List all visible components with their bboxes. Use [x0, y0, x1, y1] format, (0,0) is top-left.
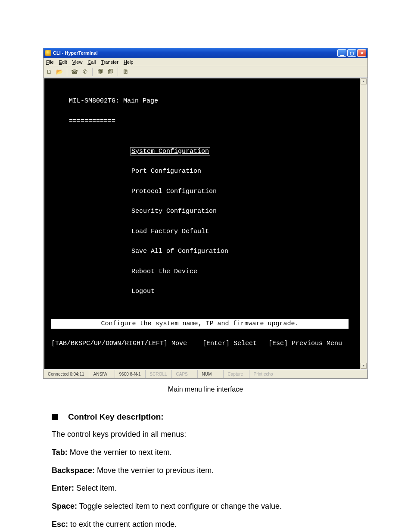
enter-line: Enter: Select item.	[52, 482, 368, 495]
minimize-button[interactable]: ▁	[337, 49, 346, 57]
statusbar: Connected 0:04:11 ANSIW 9600 8-N-1 SCROL…	[44, 370, 367, 378]
terminal-underline: ============	[69, 116, 357, 126]
menu-help[interactable]: Help	[124, 59, 134, 65]
menu-item-save-all-configuration[interactable]: Save All of Configuration	[131, 246, 357, 256]
menu-item-system-configuration[interactable]: System Configuration	[131, 146, 357, 156]
terminal-area: MIL-SM8002TG: Main Page ============ Sys…	[44, 78, 367, 370]
maximize-button[interactable]: ▢	[347, 49, 356, 57]
toolbar: 🗋 📂 ☎ ✆ 🗐 🗐 🖹	[44, 66, 367, 78]
bullet-heading: Control Key description:	[52, 412, 368, 422]
space-line: Space: Toggle selected item to next conf…	[52, 501, 368, 513]
status-connected: Connected 0:04:11	[44, 370, 89, 378]
vertical-scrollbar[interactable]: ▴ ▾	[360, 78, 367, 369]
menu-call[interactable]: Call	[87, 59, 96, 65]
send-icon[interactable]: 🗐	[96, 68, 104, 76]
status-caps: CAPS	[172, 370, 198, 378]
menu-item-reboot-device[interactable]: Reboot the Device	[131, 267, 357, 277]
backspace-line: Backspace: Move the vernier to previous …	[52, 465, 368, 477]
status-printecho: Print echo	[249, 370, 367, 378]
terminal-nav-help: [TAB/BKSPC/UP/DOWN/RIGHT/LEFT] Move [Ent…	[51, 339, 357, 348]
close-button[interactable]: ✕	[357, 49, 366, 57]
call-icon[interactable]: ☎	[71, 68, 78, 76]
menu-file[interactable]: File	[46, 59, 54, 65]
receive-icon[interactable]: 🗐	[106, 68, 114, 76]
menu-item-security-configuration[interactable]: Security Configuration	[131, 206, 357, 216]
menu-item-logout[interactable]: Logout	[131, 286, 357, 296]
menu-item-port-configuration[interactable]: Port Configuration	[131, 166, 357, 176]
properties-icon[interactable]: 🖹	[121, 68, 129, 76]
window-title: CLI - HyperTerminal	[53, 50, 337, 56]
hyperterminal-window: CLI - HyperTerminal ▁ ▢ ✕ File Edit View…	[43, 48, 368, 379]
toolbar-separator	[92, 68, 93, 76]
esc-line: Esc: to exit the current action mode.	[52, 519, 368, 531]
terminal-hint: Configure the system name, IP and firmwa…	[51, 319, 349, 329]
disconnect-icon[interactable]: ✆	[81, 68, 89, 76]
status-emulation: ANSIW	[89, 370, 115, 378]
menu-transfer[interactable]: Transfer	[101, 59, 118, 65]
menu-view[interactable]: View	[72, 59, 83, 65]
new-icon[interactable]: 🗋	[45, 68, 53, 76]
document-body: Control Key description: The control key…	[43, 412, 368, 531]
toolbar-separator	[118, 68, 118, 76]
menubar: File Edit View Call Transfer Help	[44, 58, 367, 66]
toolbar-separator	[67, 68, 67, 76]
intro-line: The control keys provided in all menus:	[52, 429, 368, 441]
status-capture: Capture	[224, 370, 249, 378]
menu-edit[interactable]: Edit	[59, 59, 67, 65]
terminal[interactable]: MIL-SM8002TG: Main Page ============ Sys…	[44, 78, 367, 369]
app-icon	[45, 50, 51, 56]
bullet-title: Control Key description:	[68, 412, 164, 422]
status-num: NUM	[198, 370, 224, 378]
status-settings: 9600 8-N-1	[115, 370, 146, 378]
figure-caption: Main menu line interface	[43, 386, 368, 393]
square-bullet-icon	[52, 414, 58, 420]
status-scroll: SCROLL	[146, 370, 172, 378]
menu-item-protocol-configuration[interactable]: Protocol Configuration	[131, 187, 357, 196]
tab-line: Tab: Move the vernier to next item.	[52, 447, 368, 459]
terminal-header: MIL-SM8002TG: Main Page	[69, 96, 357, 106]
titlebar: CLI - HyperTerminal ▁ ▢ ✕	[44, 48, 367, 58]
scroll-down-icon[interactable]: ▾	[361, 363, 367, 369]
open-icon[interactable]: 📂	[56, 68, 63, 76]
menu-item-load-factory-default[interactable]: Load Factory Default	[131, 227, 357, 236]
scroll-up-icon[interactable]: ▴	[361, 78, 367, 84]
